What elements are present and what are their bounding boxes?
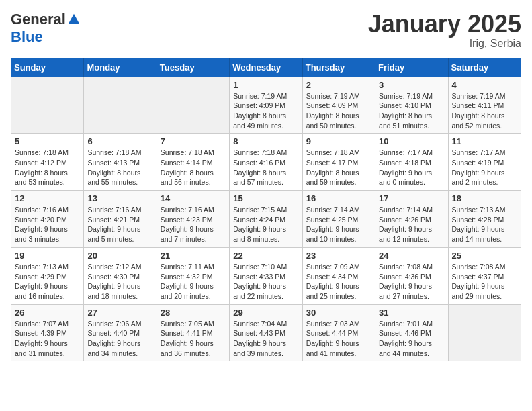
calendar-header-row: SundayMondayTuesdayWednesdayThursdayFrid… xyxy=(11,58,521,77)
calendar-cell: 15Sunrise: 7:15 AMSunset: 4:24 PMDayligh… xyxy=(230,191,302,248)
day-content: Sunrise: 7:12 AMSunset: 4:30 PMDaylight:… xyxy=(87,262,152,302)
day-number: 20 xyxy=(87,250,152,261)
calendar-cell: 27Sunrise: 7:06 AMSunset: 4:40 PMDayligh… xyxy=(84,304,157,361)
calendar-week-3: 12Sunrise: 7:16 AMSunset: 4:20 PMDayligh… xyxy=(11,191,521,248)
day-content: Sunrise: 7:16 AMSunset: 4:21 PMDaylight:… xyxy=(87,205,152,244)
day-header-friday: Friday xyxy=(375,58,448,77)
day-content: Sunrise: 7:13 AMSunset: 4:28 PMDaylight:… xyxy=(452,205,517,244)
day-content: Sunrise: 7:16 AMSunset: 4:23 PMDaylight:… xyxy=(161,205,226,244)
day-content: Sunrise: 7:07 AMSunset: 4:39 PMDaylight:… xyxy=(15,319,80,359)
day-number: 12 xyxy=(15,193,80,203)
calendar-week-2: 5Sunrise: 7:18 AMSunset: 4:12 PMDaylight… xyxy=(11,134,521,191)
logo-general: General xyxy=(11,11,66,28)
day-number: 29 xyxy=(233,308,298,318)
calendar-cell xyxy=(11,77,84,134)
logo-icon xyxy=(67,13,81,26)
day-number: 15 xyxy=(233,193,298,203)
day-number: 13 xyxy=(87,193,152,203)
day-number: 27 xyxy=(87,308,152,318)
day-header-sunday: Sunday xyxy=(11,58,84,77)
day-content: Sunrise: 7:08 AMSunset: 4:36 PMDaylight:… xyxy=(379,262,444,302)
day-number: 26 xyxy=(15,308,80,318)
calendar-cell: 21Sunrise: 7:11 AMSunset: 4:32 PMDayligh… xyxy=(157,247,229,304)
day-number: 22 xyxy=(233,250,298,261)
calendar-cell: 12Sunrise: 7:16 AMSunset: 4:20 PMDayligh… xyxy=(11,191,84,248)
calendar-cell: 2Sunrise: 7:19 AMSunset: 4:09 PMDaylight… xyxy=(302,77,375,134)
calendar-cell xyxy=(157,77,229,134)
calendar-cell: 7Sunrise: 7:18 AMSunset: 4:14 PMDaylight… xyxy=(157,134,229,191)
calendar-cell: 22Sunrise: 7:10 AMSunset: 4:33 PMDayligh… xyxy=(230,247,302,304)
logo: General Blue xyxy=(11,11,81,46)
day-header-wednesday: Wednesday xyxy=(230,58,302,77)
day-content: Sunrise: 7:19 AMSunset: 4:09 PMDaylight:… xyxy=(306,91,371,131)
calendar-cell: 30Sunrise: 7:03 AMSunset: 4:44 PMDayligh… xyxy=(302,304,375,361)
location: Irig, Serbia xyxy=(368,38,521,50)
day-content: Sunrise: 7:16 AMSunset: 4:20 PMDaylight:… xyxy=(15,205,80,244)
calendar-cell: 24Sunrise: 7:08 AMSunset: 4:36 PMDayligh… xyxy=(375,247,448,304)
day-content: Sunrise: 7:09 AMSunset: 4:34 PMDaylight:… xyxy=(306,262,371,302)
day-number: 30 xyxy=(306,308,371,318)
day-number: 5 xyxy=(15,136,80,146)
calendar-cell: 31Sunrise: 7:01 AMSunset: 4:46 PMDayligh… xyxy=(375,304,448,361)
day-content: Sunrise: 7:17 AMSunset: 4:19 PMDaylight:… xyxy=(452,148,517,187)
day-content: Sunrise: 7:11 AMSunset: 4:32 PMDaylight:… xyxy=(161,262,226,302)
page-header: General Blue January 2025 Irig, Serbia xyxy=(11,11,521,50)
day-content: Sunrise: 7:19 AMSunset: 4:09 PMDaylight:… xyxy=(233,91,298,131)
day-number: 6 xyxy=(87,136,152,146)
day-number: 9 xyxy=(306,136,371,146)
day-content: Sunrise: 7:05 AMSunset: 4:41 PMDaylight:… xyxy=(161,319,226,359)
day-content: Sunrise: 7:18 AMSunset: 4:14 PMDaylight:… xyxy=(161,148,226,187)
day-number: 23 xyxy=(306,250,371,261)
calendar-cell: 26Sunrise: 7:07 AMSunset: 4:39 PMDayligh… xyxy=(11,304,84,361)
calendar-week-4: 19Sunrise: 7:13 AMSunset: 4:29 PMDayligh… xyxy=(11,247,521,304)
calendar-cell: 13Sunrise: 7:16 AMSunset: 4:21 PMDayligh… xyxy=(84,191,157,248)
calendar-cell: 11Sunrise: 7:17 AMSunset: 4:19 PMDayligh… xyxy=(448,134,521,191)
calendar-cell: 8Sunrise: 7:18 AMSunset: 4:16 PMDaylight… xyxy=(230,134,302,191)
day-number: 11 xyxy=(452,136,517,146)
calendar-cell: 4Sunrise: 7:19 AMSunset: 4:11 PMDaylight… xyxy=(448,77,521,134)
title-area: January 2025 Irig, Serbia xyxy=(368,11,521,50)
day-number: 2 xyxy=(306,80,371,90)
day-header-saturday: Saturday xyxy=(448,58,521,77)
day-content: Sunrise: 7:18 AMSunset: 4:12 PMDaylight:… xyxy=(15,148,80,187)
calendar-cell xyxy=(84,77,157,134)
day-number: 25 xyxy=(452,250,517,261)
day-header-monday: Monday xyxy=(84,58,157,77)
calendar-cell: 10Sunrise: 7:17 AMSunset: 4:18 PMDayligh… xyxy=(375,134,448,191)
day-content: Sunrise: 7:03 AMSunset: 4:44 PMDaylight:… xyxy=(306,319,371,359)
calendar-week-1: 1Sunrise: 7:19 AMSunset: 4:09 PMDaylight… xyxy=(11,77,521,134)
calendar-cell: 29Sunrise: 7:04 AMSunset: 4:43 PMDayligh… xyxy=(230,304,302,361)
calendar-cell: 1Sunrise: 7:19 AMSunset: 4:09 PMDaylight… xyxy=(230,77,302,134)
calendar-cell: 16Sunrise: 7:14 AMSunset: 4:25 PMDayligh… xyxy=(302,191,375,248)
day-number: 17 xyxy=(379,193,444,203)
day-content: Sunrise: 7:06 AMSunset: 4:40 PMDaylight:… xyxy=(87,319,152,359)
calendar-cell: 28Sunrise: 7:05 AMSunset: 4:41 PMDayligh… xyxy=(157,304,229,361)
day-number: 28 xyxy=(161,308,226,318)
calendar-cell: 9Sunrise: 7:18 AMSunset: 4:17 PMDaylight… xyxy=(302,134,375,191)
day-content: Sunrise: 7:14 AMSunset: 4:25 PMDaylight:… xyxy=(306,205,371,244)
logo-blue: Blue xyxy=(11,28,43,45)
day-content: Sunrise: 7:18 AMSunset: 4:13 PMDaylight:… xyxy=(87,148,152,187)
calendar-cell: 18Sunrise: 7:13 AMSunset: 4:28 PMDayligh… xyxy=(448,191,521,248)
calendar-cell: 20Sunrise: 7:12 AMSunset: 4:30 PMDayligh… xyxy=(84,247,157,304)
calendar-body: 1Sunrise: 7:19 AMSunset: 4:09 PMDaylight… xyxy=(11,77,521,361)
day-number: 10 xyxy=(379,136,444,146)
day-content: Sunrise: 7:14 AMSunset: 4:26 PMDaylight:… xyxy=(379,205,444,244)
day-content: Sunrise: 7:19 AMSunset: 4:10 PMDaylight:… xyxy=(379,91,444,131)
day-content: Sunrise: 7:13 AMSunset: 4:29 PMDaylight:… xyxy=(15,262,80,302)
calendar-cell xyxy=(448,304,521,361)
day-number: 16 xyxy=(306,193,371,203)
day-header-tuesday: Tuesday xyxy=(157,58,229,77)
calendar-cell: 14Sunrise: 7:16 AMSunset: 4:23 PMDayligh… xyxy=(157,191,229,248)
day-content: Sunrise: 7:17 AMSunset: 4:18 PMDaylight:… xyxy=(379,148,444,187)
day-number: 14 xyxy=(161,193,226,203)
day-content: Sunrise: 7:01 AMSunset: 4:46 PMDaylight:… xyxy=(379,319,444,359)
day-content: Sunrise: 7:18 AMSunset: 4:16 PMDaylight:… xyxy=(233,148,298,187)
day-content: Sunrise: 7:10 AMSunset: 4:33 PMDaylight:… xyxy=(233,262,298,302)
day-number: 21 xyxy=(161,250,226,261)
day-number: 8 xyxy=(233,136,298,146)
calendar-cell: 5Sunrise: 7:18 AMSunset: 4:12 PMDaylight… xyxy=(11,134,84,191)
day-number: 7 xyxy=(161,136,226,146)
calendar-cell: 17Sunrise: 7:14 AMSunset: 4:26 PMDayligh… xyxy=(375,191,448,248)
calendar-cell: 6Sunrise: 7:18 AMSunset: 4:13 PMDaylight… xyxy=(84,134,157,191)
